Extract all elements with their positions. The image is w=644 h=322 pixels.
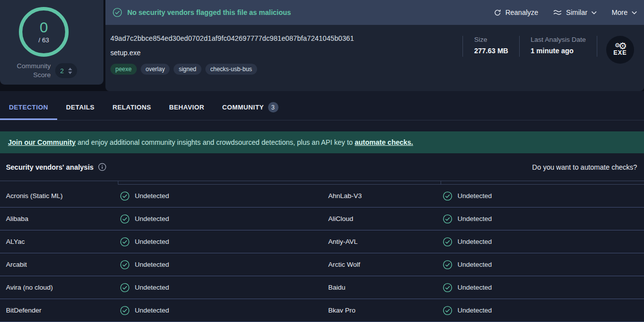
tab-details[interactable]: DETAILS bbox=[57, 95, 103, 120]
file-hash: 49ad7c2bbce854ed30ed0702d1af9fc042697777… bbox=[110, 34, 462, 42]
status-text: Undetected bbox=[135, 215, 169, 222]
tab-community[interactable]: COMMUNITY 3 bbox=[213, 95, 287, 120]
check-circle-icon bbox=[112, 7, 122, 17]
vendor-status: Undetected bbox=[441, 306, 644, 316]
check-circle-icon bbox=[443, 260, 453, 270]
automate-checks-link[interactable]: automate checks. bbox=[355, 138, 413, 146]
analysis-header: Security vendors' analysis Do you want t… bbox=[0, 153, 644, 181]
tag-peexe[interactable]: peexe bbox=[110, 64, 137, 75]
vendor-status: Undetected bbox=[118, 237, 322, 247]
check-circle-icon bbox=[443, 283, 453, 293]
vendor-name: Bkav Pro bbox=[322, 307, 441, 314]
vote-count: 2 bbox=[60, 67, 64, 75]
vote-down-icon[interactable] bbox=[68, 72, 72, 74]
status-text: Undetected bbox=[135, 192, 169, 200]
community-score-card: 0 / 63 Community Score 2 bbox=[0, 0, 103, 85]
last-analysis-value: 1 minute ago bbox=[531, 47, 586, 55]
community-vote-widget[interactable]: 2 bbox=[55, 63, 77, 78]
status-text: Undetected bbox=[458, 307, 492, 314]
vendor-status: Undetected bbox=[118, 214, 322, 224]
vendor-status: Undetected bbox=[441, 214, 644, 224]
vote-up-icon[interactable] bbox=[68, 68, 72, 70]
similar-label: Similar bbox=[566, 8, 587, 16]
reanalyze-button[interactable]: Reanalyze bbox=[494, 8, 538, 16]
table-top-strip bbox=[0, 181, 644, 185]
check-circle-icon bbox=[443, 237, 453, 247]
more-button[interactable]: More bbox=[612, 8, 637, 16]
vendor-name: Arcabit bbox=[0, 261, 118, 268]
last-analysis-stat: Last Analysis Date 1 minute ago bbox=[520, 36, 597, 55]
last-analysis-label: Last Analysis Date bbox=[531, 36, 586, 43]
table-row: Arcabit Undetected Arctic Wolf Undetecte… bbox=[0, 253, 644, 276]
vendor-status: Undetected bbox=[441, 191, 644, 201]
vendor-status: Undetected bbox=[441, 260, 644, 270]
vendor-name: AliCloud bbox=[322, 215, 441, 222]
check-circle-icon bbox=[443, 306, 453, 316]
check-circle-icon bbox=[120, 214, 130, 224]
community-count-badge: 3 bbox=[268, 102, 278, 112]
status-text: Undetected bbox=[135, 238, 169, 245]
automate-checks-prompt: Do you want to automate checks? bbox=[532, 163, 638, 171]
tag-list: peexe overlay signed checks-usb-bus bbox=[110, 64, 462, 75]
vendor-status: Undetected bbox=[118, 191, 322, 201]
check-circle-icon bbox=[443, 191, 453, 201]
tab-bar: DETECTION DETAILS RELATIONS BEHAVIOR COM… bbox=[0, 95, 644, 120]
check-circle-icon bbox=[120, 191, 130, 201]
tab-label: BEHAVIOR bbox=[169, 104, 204, 111]
join-community-link[interactable]: Join our Community bbox=[8, 138, 76, 146]
vendor-name: Antiy-AVL bbox=[322, 238, 441, 245]
table-row: Alibaba Undetected AliCloud Undetected bbox=[0, 208, 644, 230]
tab-relations[interactable]: RELATIONS bbox=[103, 95, 160, 120]
tab-behavior[interactable]: BEHAVIOR bbox=[160, 95, 213, 120]
size-label: Size bbox=[474, 36, 508, 43]
tab-label: DETAILS bbox=[66, 104, 94, 111]
analysis-title: Security vendors' analysis bbox=[6, 163, 93, 171]
vendor-name: Arctic Wolf bbox=[322, 261, 441, 268]
tag-signed[interactable]: signed bbox=[174, 64, 201, 75]
info-icon[interactable] bbox=[98, 163, 106, 171]
detections-count: 0 bbox=[40, 20, 48, 35]
similar-icon bbox=[553, 9, 562, 15]
table-row: Avira (no cloud) Undetected Baidu Undete… bbox=[0, 276, 644, 299]
status-text: Undetected bbox=[458, 261, 492, 268]
vendor-name: Baidu bbox=[322, 284, 441, 291]
community-banner-text: and enjoy additional community insights … bbox=[76, 138, 355, 146]
report-header: 0 / 63 Community Score 2 No sec bbox=[0, 0, 644, 91]
vendor-name: Alibaba bbox=[0, 215, 118, 222]
tag-checks-usb-bus[interactable]: checks-usb-bus bbox=[205, 64, 257, 75]
table-row: BitDefender Undetected Bkav Pro Undetect… bbox=[0, 299, 644, 322]
tab-label: DETECTION bbox=[9, 104, 48, 111]
vendor-status: Undetected bbox=[118, 283, 322, 293]
tab-detection[interactable]: DETECTION bbox=[0, 95, 57, 120]
file-type-icon: ⚙⚙ EXE bbox=[606, 36, 634, 64]
engines-total: / 63 bbox=[38, 36, 49, 44]
status-text: Undetected bbox=[135, 307, 169, 314]
table-row: ALYac Undetected Antiy-AVL Undetected bbox=[0, 230, 644, 253]
vendor-status: Undetected bbox=[118, 260, 322, 270]
vendor-status: Undetected bbox=[118, 306, 322, 316]
tab-label: RELATIONS bbox=[112, 104, 151, 111]
tag-overlay[interactable]: overlay bbox=[141, 64, 170, 75]
more-label: More bbox=[612, 8, 628, 16]
status-text: Undetected bbox=[135, 284, 169, 291]
vendor-name: Avira (no cloud) bbox=[0, 284, 118, 291]
similar-button[interactable]: Similar bbox=[553, 8, 597, 16]
banner-message: No security vendors flagged this file as… bbox=[127, 8, 291, 16]
size-stat: Size 277.63 MB bbox=[463, 36, 519, 55]
file-stats: Size 277.63 MB Last Analysis Date 1 minu… bbox=[462, 25, 644, 91]
size-value: 277.63 MB bbox=[474, 47, 508, 55]
check-circle-icon bbox=[120, 306, 130, 316]
chevron-down-icon bbox=[632, 11, 637, 14]
vendor-name: ALYac bbox=[0, 238, 118, 245]
table-top-border bbox=[118, 184, 644, 185]
gears-icon: ⚙⚙ bbox=[615, 43, 626, 49]
check-circle-icon bbox=[120, 283, 130, 293]
detection-score-circle: 0 / 63 bbox=[19, 7, 69, 57]
file-summary-card: 49ad7c2bbce854ed30ed0702d1af9fc042697777… bbox=[105, 25, 644, 91]
vendor-name: BitDefender bbox=[0, 307, 118, 314]
status-banner: No security vendors flagged this file as… bbox=[105, 0, 644, 25]
reanalyze-label: Reanalyze bbox=[505, 8, 538, 16]
reanalyze-icon bbox=[494, 9, 501, 16]
status-text: Undetected bbox=[458, 215, 492, 222]
join-community-banner: Join our Community and enjoy additional … bbox=[0, 131, 644, 153]
